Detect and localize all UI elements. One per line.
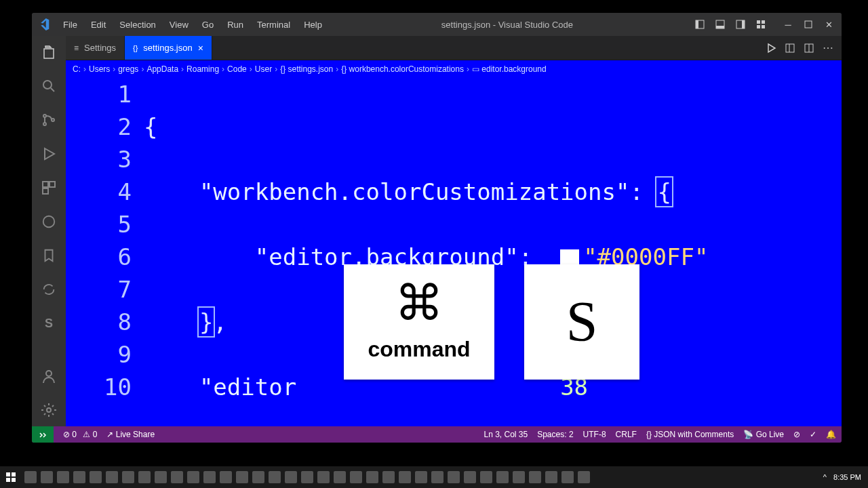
windows-taskbar[interactable]: ^ 8:35 PM	[0, 466, 868, 488]
status-eol[interactable]: CRLF	[616, 430, 637, 439]
run-icon[interactable]	[766, 43, 776, 54]
json-icon: {}	[133, 44, 138, 52]
line-number: 8	[66, 306, 132, 338]
menu-file[interactable]: File	[58, 17, 83, 33]
start-button[interactable]	[0, 466, 22, 488]
taskbar-app-icon[interactable]	[122, 471, 134, 483]
editor-area[interactable]: 1 2 3 4 5 6 7 8 9 10 { "workbench.colorC…	[66, 78, 842, 426]
tab-settings[interactable]: ≡ Settings	[66, 36, 125, 60]
taskbar-app-icon[interactable]	[24, 471, 37, 483]
taskbar-app-icon[interactable]	[57, 471, 69, 483]
panel-bottom-icon[interactable]	[711, 16, 729, 33]
crumb[interactable]: ▭ editor.background	[472, 64, 547, 74]
status-liveshare[interactable]: ↗ Live Share	[106, 430, 155, 439]
taskbar-app-icon[interactable]	[448, 471, 460, 483]
run-debug-icon[interactable]	[39, 144, 58, 163]
crumb[interactable]: gregs	[118, 64, 138, 74]
menu-help[interactable]: Help	[298, 17, 328, 33]
taskbar-app-icon[interactable]	[269, 471, 281, 483]
taskbar-app-icon[interactable]	[203, 471, 216, 483]
taskbar-app-icon[interactable]	[561, 471, 574, 483]
tab-bar: ≡ Settings {} settings.json × ⋯	[66, 36, 842, 60]
crumb[interactable]: Roaming	[186, 64, 219, 74]
taskbar-app-icon[interactable]	[252, 471, 264, 483]
taskbar-app-icon[interactable]	[138, 471, 151, 483]
letter-s-icon[interactable]: S	[39, 314, 58, 333]
window-maximize-icon[interactable]	[800, 16, 817, 33]
taskbar-app-icon[interactable]	[155, 471, 167, 483]
status-encoding[interactable]: UTF-8	[583, 430, 606, 439]
taskbar-app-icon[interactable]	[301, 471, 313, 483]
taskbar-app-icon[interactable]	[496, 471, 509, 483]
customize-layout-icon[interactable]	[752, 16, 770, 33]
extensions-icon[interactable]	[39, 178, 58, 197]
tab-close-icon[interactable]: ×	[198, 43, 203, 54]
taskbar-app-icon[interactable]	[236, 471, 248, 483]
menu-edit[interactable]: Edit	[85, 17, 111, 33]
crumb[interactable]: Code	[227, 64, 247, 74]
menu-run[interactable]: Run	[222, 17, 249, 33]
status-language-mode[interactable]: {} JSON with Comments	[646, 430, 734, 439]
taskbar-app-icon[interactable]	[431, 471, 443, 483]
status-feedback-icon[interactable]: ✓	[810, 430, 816, 439]
taskbar-app-icon[interactable]	[480, 471, 492, 483]
panel-left-icon[interactable]	[691, 16, 709, 33]
settings-gear-icon[interactable]	[39, 401, 58, 420]
status-golive[interactable]: 📡 Go Live	[743, 430, 784, 439]
taskbar-app-icon[interactable]	[187, 471, 199, 483]
crumb[interactable]: C:	[73, 64, 81, 74]
crumb[interactable]: User	[255, 64, 272, 74]
system-tray[interactable]: ^ 8:35 PM	[816, 473, 868, 481]
breadcrumbs[interactable]: C:› Users› gregs› AppData› Roaming› Code…	[66, 60, 842, 78]
taskbar-app-icon[interactable]	[399, 471, 411, 483]
more-actions-icon[interactable]: ⋯	[823, 41, 833, 54]
sync-icon[interactable]	[39, 280, 58, 299]
status-problems[interactable]: ⊘ 0 ⚠ 0	[63, 430, 97, 439]
tab-settings-json[interactable]: {} settings.json ×	[125, 36, 212, 60]
window-close-icon[interactable]: ✕	[820, 16, 837, 33]
taskbar-app-icon[interactable]	[366, 471, 378, 483]
status-prettier-icon[interactable]: ⊘	[793, 430, 800, 439]
taskbar-app-icon[interactable]	[382, 471, 395, 483]
crumb[interactable]: Users	[89, 64, 110, 74]
taskbar-app-icon[interactable]	[415, 471, 427, 483]
explorer-icon[interactable]	[39, 43, 58, 62]
tray-chevron-icon[interactable]: ^	[823, 473, 827, 481]
open-sidebar-icon[interactable]	[785, 43, 795, 54]
taskbar-app-icon[interactable]	[350, 471, 362, 483]
bookmark-icon[interactable]	[39, 246, 58, 265]
panel-right-icon[interactable]	[732, 16, 749, 33]
menu-terminal[interactable]: Terminal	[252, 17, 296, 33]
crumb[interactable]: AppData	[146, 64, 178, 74]
taskbar-app-icon[interactable]	[334, 471, 346, 483]
taskbar-app-icon[interactable]	[513, 471, 525, 483]
status-cursor-position[interactable]: Ln 3, Col 35	[484, 430, 528, 439]
taskbar-app-icon[interactable]	[171, 471, 183, 483]
taskbar-app-icon[interactable]	[464, 471, 476, 483]
taskbar-app-icon[interactable]	[545, 471, 557, 483]
taskbar-app-icon[interactable]	[220, 471, 232, 483]
taskbar-app-icon[interactable]	[578, 471, 590, 483]
search-icon[interactable]	[39, 77, 58, 96]
taskbar-app-icon[interactable]	[73, 471, 85, 483]
taskbar-app-icon[interactable]	[106, 471, 118, 483]
remote-indicator[interactable]	[32, 426, 54, 443]
status-spaces[interactable]: Spaces: 2	[537, 430, 573, 439]
taskbar-app-icon[interactable]	[529, 471, 541, 483]
taskbar-app-icon[interactable]	[41, 471, 53, 483]
account-icon[interactable]	[39, 367, 58, 386]
crumb[interactable]: {} workbench.colorCustomizations	[341, 64, 464, 74]
split-editor-icon[interactable]	[804, 43, 814, 54]
menu-go[interactable]: Go	[197, 17, 219, 33]
taskbar-app-icon[interactable]	[317, 471, 330, 483]
menu-selection[interactable]: Selection	[114, 17, 161, 33]
crumb[interactable]: {} settings.json	[280, 64, 333, 74]
source-control-icon[interactable]	[39, 110, 58, 129]
status-bell-icon[interactable]: 🔔	[826, 430, 836, 439]
taskbar-app-icon[interactable]	[285, 471, 297, 483]
window-minimize-icon[interactable]: ─	[779, 16, 797, 33]
remote-icon[interactable]	[39, 212, 58, 231]
tray-clock[interactable]: 8:35 PM	[833, 473, 861, 481]
menu-view[interactable]: View	[164, 17, 194, 33]
taskbar-app-icon[interactable]	[90, 471, 102, 483]
